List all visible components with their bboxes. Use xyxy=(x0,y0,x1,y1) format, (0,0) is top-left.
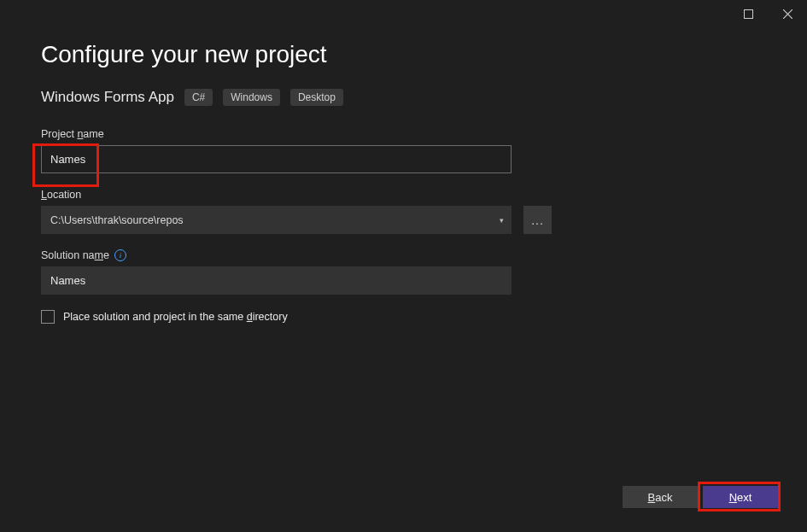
content-area: Configure your new project Windows Forms… xyxy=(0,27,807,324)
same-directory-checkbox[interactable] xyxy=(41,310,55,324)
template-row: Windows Forms App C# Windows Desktop xyxy=(41,89,766,106)
badge-platform: Windows xyxy=(223,89,280,106)
location-select[interactable] xyxy=(41,206,512,234)
badge-lang: C# xyxy=(184,89,213,106)
maximize-icon xyxy=(744,9,753,19)
solution-name-label: Solution name i xyxy=(41,249,766,261)
titlebar xyxy=(0,0,807,27)
back-button[interactable]: Back xyxy=(623,486,698,508)
project-name-group: Project name xyxy=(41,128,766,173)
next-button[interactable]: Next xyxy=(703,486,778,508)
badge-type: Desktop xyxy=(290,89,343,106)
close-icon xyxy=(783,9,792,19)
project-name-label: Project name xyxy=(41,128,766,140)
solution-name-input[interactable] xyxy=(41,266,512,295)
browse-button[interactable]: ... xyxy=(523,206,552,234)
info-icon[interactable]: i xyxy=(114,249,126,261)
location-label: Location xyxy=(41,189,766,201)
location-group: Location ▾ ... xyxy=(41,189,766,234)
location-select-wrap: ▾ xyxy=(41,206,512,234)
page-title: Configure your new project xyxy=(41,41,766,68)
footer-buttons: Back Next xyxy=(623,486,778,508)
template-name: Windows Forms App xyxy=(41,89,174,106)
same-directory-row: Place solution and project in the same d… xyxy=(41,310,766,324)
project-name-input[interactable] xyxy=(41,145,512,173)
same-directory-label: Place solution and project in the same d… xyxy=(63,311,288,323)
solution-name-group: Solution name i xyxy=(41,249,766,295)
svg-rect-0 xyxy=(744,9,752,18)
close-button[interactable] xyxy=(768,0,807,27)
maximize-button[interactable] xyxy=(728,0,768,27)
